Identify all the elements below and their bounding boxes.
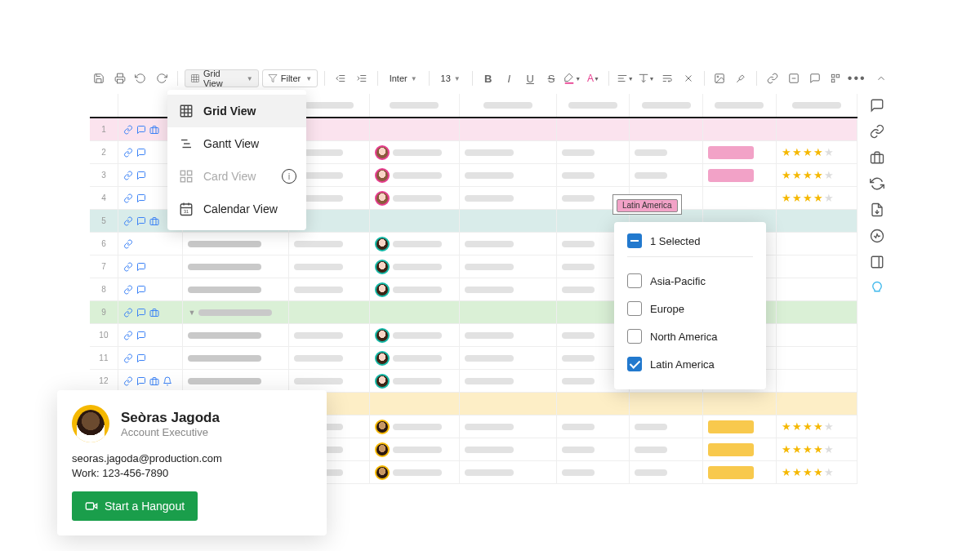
checkbox-icon	[627, 329, 642, 344]
selected-count: 1 Selected	[650, 235, 700, 247]
font-family-select[interactable]: Inter▼	[385, 73, 422, 83]
svg-rect-25	[832, 74, 835, 78]
clear-format-icon[interactable]	[679, 69, 697, 87]
collapse-icon[interactable]	[872, 69, 890, 87]
filter-button[interactable]: Filter ▼	[262, 69, 318, 87]
tag-chip[interactable]	[708, 466, 754, 479]
tag-chip[interactable]	[708, 420, 754, 433]
svg-rect-43	[188, 178, 192, 182]
filter-option[interactable]: Latin America	[627, 350, 753, 378]
svg-text:31: 31	[184, 209, 189, 214]
redo-icon[interactable]	[153, 69, 171, 87]
svg-rect-54	[871, 256, 883, 268]
italic-icon[interactable]: I	[501, 69, 519, 87]
underline-icon[interactable]: U	[521, 69, 539, 87]
view-option-grid[interactable]: Grid View	[167, 95, 306, 127]
indent-icon[interactable]	[353, 69, 371, 87]
svg-rect-30	[150, 310, 158, 316]
assignee-avatar[interactable]	[375, 420, 390, 434]
right-dock	[864, 98, 890, 295]
tag-chip[interactable]	[708, 443, 754, 456]
more-icon[interactable]: •••	[848, 69, 866, 87]
activity-icon[interactable]	[870, 229, 884, 243]
wrap-icon[interactable]	[658, 69, 676, 87]
save-icon[interactable]	[90, 69, 108, 87]
strike-icon[interactable]: S	[542, 69, 560, 87]
assignee-avatar[interactable]	[375, 260, 390, 274]
column-filter-popup: 1 Selected Asia-PacificEuropeNorth Ameri…	[614, 222, 766, 389]
avatar	[72, 405, 109, 442]
checkbox-icon	[627, 357, 642, 371]
assignee-avatar[interactable]	[375, 351, 390, 366]
svg-rect-49	[86, 503, 93, 509]
svg-marker-6	[269, 75, 277, 82]
svg-rect-32	[180, 105, 192, 117]
bold-icon[interactable]: B	[479, 69, 497, 87]
format-icon[interactable]	[826, 69, 844, 87]
svg-rect-27	[832, 79, 835, 82]
assignee-avatar[interactable]	[375, 442, 390, 457]
formatting-toolbar: Grid View ▼ Filter ▼ Inter▼ 13▼ B I U S …	[90, 69, 890, 88]
assignee-avatar[interactable]	[375, 282, 390, 297]
contact-card: Seòras Jagoda Account Executive seoras.j…	[57, 390, 327, 535]
view-menu-popup: Grid View Gantt View Card View i 31 Cale…	[167, 90, 306, 230]
tag-chip[interactable]	[708, 146, 754, 159]
view-option-calendar[interactable]: 31 Calendar View	[167, 193, 306, 225]
assignee-avatar[interactable]	[375, 465, 390, 480]
contact-email: seoras.jagoda@production.com	[72, 452, 312, 464]
briefcase-icon[interactable]	[870, 150, 884, 165]
undo-icon[interactable]	[132, 69, 150, 87]
active-tag-cell[interactable]: Latin America	[612, 194, 682, 215]
image-icon[interactable]	[711, 69, 729, 87]
assignee-avatar[interactable]	[375, 191, 390, 206]
view-option-gantt[interactable]: Gantt View	[167, 127, 306, 160]
comments-panel-icon[interactable]	[870, 98, 884, 113]
tag-chip[interactable]	[708, 169, 754, 182]
valign-icon[interactable]: ▼	[637, 69, 655, 87]
view-option-card[interactable]: Card View i	[167, 160, 306, 193]
assignee-avatar[interactable]	[375, 237, 390, 251]
svg-rect-1	[192, 75, 199, 82]
video-icon	[85, 500, 98, 513]
fill-color-icon[interactable]: ▼	[564, 69, 581, 87]
svg-rect-40	[180, 171, 185, 175]
info-icon[interactable]: i	[282, 169, 296, 184]
start-hangout-button[interactable]: Start a Hangout	[72, 491, 198, 521]
assignee-avatar[interactable]	[375, 328, 390, 343]
checkbox-icon	[627, 273, 642, 288]
export-icon[interactable]	[870, 202, 884, 217]
svg-rect-31	[150, 379, 158, 384]
link-icon[interactable]	[764, 69, 782, 87]
checkbox-icon	[627, 301, 642, 316]
align-icon[interactable]: ▼	[616, 69, 634, 87]
svg-rect-26	[836, 74, 840, 78]
contact-name: Seòras Jagoda	[121, 410, 220, 426]
highlight-icon[interactable]	[732, 69, 750, 87]
filter-option[interactable]: North America	[627, 322, 753, 350]
contact-phone: Work: 123-456-7890	[72, 467, 312, 479]
assignee-avatar[interactable]	[375, 145, 390, 160]
panel-icon[interactable]	[870, 255, 884, 269]
print-icon[interactable]	[111, 69, 129, 87]
refresh-icon[interactable]	[870, 176, 884, 191]
svg-rect-0	[117, 79, 122, 83]
svg-rect-28	[150, 127, 158, 133]
attachment-icon[interactable]	[785, 69, 803, 87]
tips-icon[interactable]	[870, 281, 884, 295]
svg-rect-41	[188, 171, 192, 175]
attachments-panel-icon[interactable]	[870, 124, 884, 139]
view-selector-button[interactable]: Grid View ▼	[185, 69, 259, 87]
svg-point-22	[717, 76, 719, 78]
filter-option[interactable]: Asia-Pacific	[627, 267, 753, 295]
font-size-select[interactable]: 13▼	[436, 73, 466, 83]
assignee-avatar[interactable]	[375, 374, 390, 389]
comment-icon[interactable]	[806, 69, 824, 87]
outdent-icon[interactable]	[332, 69, 350, 87]
contact-role: Account Executive	[121, 426, 220, 438]
view-label: Grid View	[203, 69, 242, 88]
filter-option[interactable]: Europe	[627, 295, 753, 322]
filter-label: Filter	[281, 73, 301, 83]
assignee-avatar[interactable]	[375, 168, 390, 183]
indeterminate-icon	[627, 233, 642, 248]
text-color-icon[interactable]: A▼	[585, 69, 603, 87]
